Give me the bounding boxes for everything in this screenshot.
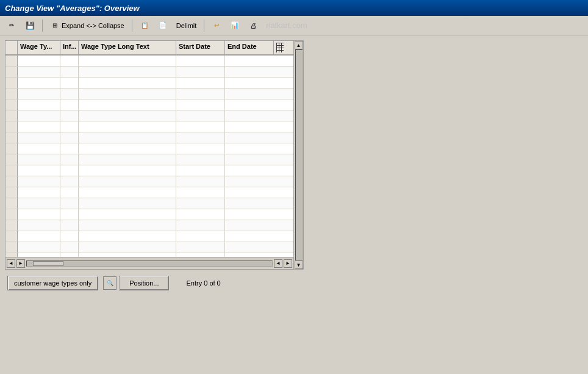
table-cell[interactable]	[225, 77, 274, 88]
edit-button[interactable]: ✏	[4, 19, 20, 32]
table-cell[interactable]	[176, 132, 225, 143]
table-cell[interactable]	[18, 231, 60, 242]
table-cell[interactable]	[79, 198, 176, 209]
table-cell[interactable]	[79, 110, 176, 121]
row-selector-cell[interactable]	[5, 121, 18, 132]
table-row[interactable]	[5, 220, 293, 231]
table-cell[interactable]	[225, 165, 274, 176]
table-cell[interactable]	[176, 231, 225, 242]
row-selector-cell[interactable]	[5, 77, 18, 88]
table-cell[interactable]	[225, 121, 274, 132]
table-cell[interactable]	[18, 253, 60, 257]
table-cell[interactable]	[60, 242, 79, 253]
scroll-right2-button[interactable]: ►	[284, 259, 292, 268]
table-cell[interactable]	[60, 176, 79, 187]
table-row[interactable]	[5, 209, 293, 220]
row-selector-cell[interactable]	[5, 231, 18, 242]
table-row[interactable]	[5, 231, 293, 242]
table-cell[interactable]	[18, 198, 60, 209]
copy-button[interactable]: 📋	[137, 19, 152, 32]
row-selector-cell[interactable]	[5, 165, 18, 176]
table-cell[interactable]	[79, 121, 176, 132]
table-cell[interactable]	[176, 220, 225, 231]
save-button[interactable]: 💾	[22, 19, 38, 32]
table-cell[interactable]	[176, 154, 225, 165]
table-cell[interactable]	[60, 220, 79, 231]
table-cell[interactable]	[18, 187, 60, 198]
vscroll-up-button[interactable]: ▲	[295, 41, 303, 49]
scroll-right-button[interactable]: ►	[16, 259, 25, 268]
table-row[interactable]	[5, 176, 293, 187]
table-cell[interactable]	[60, 132, 79, 143]
table-cell[interactable]	[176, 99, 225, 110]
table-cell[interactable]	[60, 209, 79, 220]
print-button[interactable]: 🖨	[245, 19, 261, 32]
table-cell[interactable]	[79, 231, 176, 242]
row-selector-cell[interactable]	[5, 110, 18, 121]
table-row[interactable]	[5, 143, 293, 154]
customer-wage-types-button[interactable]: customer wage types only	[7, 276, 98, 290]
table-cell[interactable]	[60, 253, 79, 257]
row-selector-cell[interactable]	[5, 242, 18, 253]
position-button[interactable]: Position...	[119, 276, 169, 290]
table-row[interactable]	[5, 165, 293, 176]
table-cell[interactable]	[60, 231, 79, 242]
table-cell[interactable]	[60, 187, 79, 198]
row-selector-cell[interactable]	[5, 143, 18, 154]
table-cell[interactable]	[225, 220, 274, 231]
table-cell[interactable]	[225, 242, 274, 253]
export-button[interactable]: 📊	[227, 19, 243, 32]
table-cell[interactable]	[225, 110, 274, 121]
table-row[interactable]	[5, 154, 293, 165]
table-cell[interactable]	[225, 198, 274, 209]
table-cell[interactable]	[18, 165, 60, 176]
table-cell[interactable]	[18, 56, 60, 66]
row-selector-cell[interactable]	[5, 253, 18, 257]
table-cell[interactable]	[79, 176, 176, 187]
row-selector-cell[interactable]	[5, 99, 18, 110]
table-cell[interactable]	[18, 99, 60, 110]
scroll-left-button[interactable]: ◄	[7, 259, 15, 268]
table-cell[interactable]	[79, 165, 176, 176]
table-row[interactable]	[5, 99, 293, 110]
horizontal-scrollbar[interactable]: ◄ ► ◄ ►	[5, 257, 293, 269]
table-cell[interactable]	[60, 143, 79, 154]
table-cell[interactable]	[60, 77, 79, 88]
row-selector-cell[interactable]	[5, 56, 18, 66]
table-cell[interactable]	[18, 220, 60, 231]
table-cell[interactable]	[18, 88, 60, 99]
row-selector-cell[interactable]	[5, 154, 18, 165]
table-cell[interactable]	[18, 77, 60, 88]
table-row[interactable]	[5, 121, 293, 132]
table-cell[interactable]	[18, 176, 60, 187]
table-cell[interactable]	[176, 209, 225, 220]
table-cell[interactable]	[18, 67, 60, 77]
expand-collapse-button[interactable]: ⊞ Expand <-> Collapse	[47, 19, 127, 32]
table-cell[interactable]	[18, 110, 60, 121]
table-row[interactable]	[5, 187, 293, 198]
table-row[interactable]	[5, 67, 293, 77]
table-cell[interactable]	[60, 56, 79, 66]
table-cell[interactable]	[176, 77, 225, 88]
hscroll-thumb[interactable]	[33, 261, 63, 266]
table-cell[interactable]	[176, 88, 225, 99]
table-cell[interactable]	[18, 143, 60, 154]
back-button[interactable]: ↩	[209, 19, 224, 32]
table-row[interactable]	[5, 242, 293, 253]
table-row[interactable]	[5, 198, 293, 209]
table-cell[interactable]	[225, 209, 274, 220]
table-cell[interactable]	[18, 154, 60, 165]
table-cell[interactable]	[176, 121, 225, 132]
table-cell[interactable]	[79, 187, 176, 198]
table-cell[interactable]	[176, 242, 225, 253]
row-selector-cell[interactable]	[5, 220, 18, 231]
row-selector-cell[interactable]	[5, 88, 18, 99]
vertical-scrollbar[interactable]: ▲ ▼	[293, 41, 303, 269]
col-header-grid-icon[interactable]	[274, 41, 286, 54]
table-cell[interactable]	[225, 67, 274, 77]
scroll-left2-button[interactable]: ◄	[274, 259, 282, 268]
row-selector-cell[interactable]	[5, 176, 18, 187]
table-cell[interactable]	[225, 132, 274, 143]
delimit-button[interactable]: Delimit	[173, 20, 200, 31]
table-cell[interactable]	[176, 165, 225, 176]
